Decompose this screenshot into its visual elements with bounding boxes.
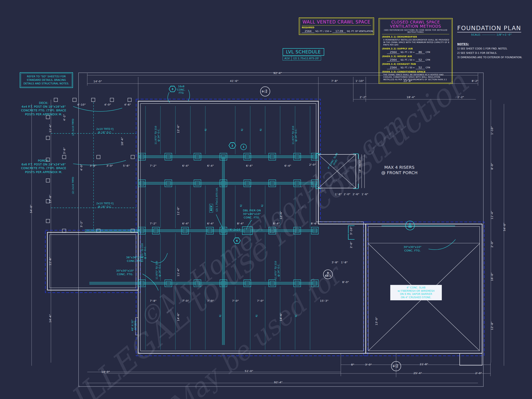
section-formula: 2564 SQ. FT. / 50 = 52 CFM xyxy=(387,66,449,69)
page-title: FOUNDATION PLAN xyxy=(457,25,521,32)
closed-crawl-section: (R409.3.4) EXHAUST FAN2564 SQ. FT. / 50 … xyxy=(382,63,449,69)
dimension-label: 4'-10" xyxy=(77,103,86,107)
wall-vented-title: WALL VENTED CRAWL SPACE xyxy=(302,19,371,25)
dimension-label: 7'-0" xyxy=(232,299,239,303)
dimension-label: 7'-0" xyxy=(182,299,189,303)
dimension-label: 4'-0" xyxy=(80,164,83,171)
section-cut-marker: BSD xyxy=(405,221,415,230)
closed-crawl-section: (R409.3.2) SUPPLY AIR2564 SQ. FT. / 30 =… xyxy=(382,47,449,54)
closed-crawl-title-1: CLOSED CRAWL SPACE xyxy=(382,20,449,24)
dimension-label: 6'-4" xyxy=(285,164,291,168)
section-formula: 2564 SQ. FT. / 50 = 52 CFM xyxy=(387,58,449,62)
closed-crawl-title-2: VENTILATION METHODS xyxy=(382,24,449,28)
dimension-label: 18" TREAD xyxy=(359,160,361,173)
note-item: 1) SEE SHEET CODE-1 FOR FND. NOTES. xyxy=(457,47,526,51)
dimension-lines xyxy=(32,73,504,383)
dimension-label: 7'-0" xyxy=(257,299,264,303)
plan-note-label: 48" X 32" ACCESS xyxy=(131,319,137,331)
closed-crawl-subtitle: (SEE REFERENCED SECTIONS IN CODE BOOK FO… xyxy=(382,28,449,34)
plan-note-label: 11.875" TJI 210 @ 24" O.C. xyxy=(292,126,298,144)
plan-note-label: 6J xyxy=(240,205,242,207)
plan-note-label: 30"x30"x10" CONC. FTG. xyxy=(116,269,134,276)
section-cut-marker: DSD-1 xyxy=(323,270,333,279)
pier-squares xyxy=(138,153,318,287)
section-heading: (R409.3.5) CONDITIONED SPACE xyxy=(382,70,449,73)
dimension-label: 54'-0" xyxy=(503,223,507,231)
dimension-label: 8'-2" xyxy=(472,79,478,83)
dimension-label: 3'-10" xyxy=(349,227,353,235)
section-formula: 2564 SQ. FT. / 30 = 86 CFM xyxy=(387,51,449,54)
elevation-marker: DFL9 xyxy=(260,86,270,96)
dimension-label: 25'-4" xyxy=(413,372,422,375)
dimension-label: 14'-6" xyxy=(279,313,283,321)
dimension-label: 6'-4" xyxy=(207,164,214,168)
dimension-label: 7'-2" xyxy=(150,164,157,168)
dimension-label: 2'-2" xyxy=(360,95,366,99)
dimension-label: 11'-8" xyxy=(49,257,52,266)
plan-note-label: 2x10 TRTD FJ @ 16" O.C. xyxy=(96,202,114,209)
dimension-label: 8'-4" xyxy=(237,222,244,226)
plan-note-label: 6J xyxy=(255,315,258,317)
section-heading: (R409.3.4) EXHAUST FAN xyxy=(382,63,449,65)
dimension-label: 1'-6" xyxy=(361,193,368,196)
lvl-desc: (2) 1.75x11.875-20' xyxy=(291,56,321,60)
dimension-label: 6'-4" xyxy=(182,164,189,168)
plan-note-label: (2) 1.75x11.875 LVL xyxy=(215,187,218,212)
dimension-label: 7'-8" xyxy=(150,299,157,303)
vent-result-value: 17.09 xyxy=(332,30,346,33)
dimension-label: 12'-4" xyxy=(279,211,283,219)
dimension-label: 1'-10" xyxy=(490,126,494,135)
note-item: 3) DIMENSIONS ARE TO EXTERIOR OF FOUNDAT… xyxy=(457,55,526,60)
dimension-label: 3'-6" xyxy=(90,164,96,168)
plan-note-label: 2x10 TRTD FJ @ 16" O.C. xyxy=(96,128,114,134)
dimension-label: 2'-2" xyxy=(457,95,464,99)
plan-note-label: 11.875" TJI 210 @ 24" O.C. xyxy=(274,261,280,279)
dimension-label: 6'-4" xyxy=(246,164,253,168)
closed-crawl-sections: (R409.3.1) DEHUMIDIFIERA PERMANENTLY INS… xyxy=(382,36,449,81)
dimension-label: 15'-3" xyxy=(320,299,329,303)
dimension-label: 11'-4" xyxy=(177,268,180,277)
vent-area-value: 2564 xyxy=(302,30,314,33)
section-heading: (R409.3.3) HOUSE AIR xyxy=(382,55,449,58)
closed-crawl-space-table: CLOSED CRAWL SPACE VENTILATION METHODS (… xyxy=(379,18,453,84)
dimension-label: 3'-8" xyxy=(63,147,66,154)
plan-note-label: DBL PIER ON 30"x46"x10" CONC. FTG. xyxy=(243,209,261,219)
plan-note-label: 6J xyxy=(219,315,222,317)
dimension-label: 4'-6" xyxy=(124,103,131,107)
scale-note: SCALE: ------------ 1/8"=1'-0" xyxy=(457,33,526,36)
closed-crawl-section: (R409.3.1) DEHUMIDIFIERA PERMANENTLY INS… xyxy=(382,36,449,46)
dimension-label: 7'-8" xyxy=(331,79,338,83)
dimension-label: 8'-6" xyxy=(311,222,317,226)
dimension-label: 2'-0" xyxy=(309,163,316,167)
dimension-label: 18'-4" xyxy=(407,95,415,99)
dimension-label: 17'-8" xyxy=(49,195,52,203)
notes-list: 1) SEE SHEET CODE-1 FOR FND. NOTES.2) SE… xyxy=(457,47,526,60)
sd-reference-note-text: REFER TO "SD" SHEET(S) FOR STANDARD DETA… xyxy=(21,73,72,87)
plan-note-label: 30"x30"x10" CONC. FTG. xyxy=(404,245,421,253)
dimension-label: 2'-0" xyxy=(475,372,482,375)
dimension-label: 54'-0" xyxy=(30,205,33,213)
elevation-marker: DFL9 xyxy=(391,361,401,371)
dimension-label: 41'-6" xyxy=(230,79,239,83)
section-body: THE CRAWL SPACE SHALL BE DESIGNED AS A H… xyxy=(383,74,449,81)
wall-vented-crawl-space-table: WALL VENTED CRAWL SPACE REQUIRED 2564 SQ… xyxy=(299,18,374,35)
footing-hex-marker: 2 xyxy=(228,142,236,149)
dimension-label: 2'-6" xyxy=(353,193,359,196)
plan-note-label: (2) 2x10 TRTD xyxy=(72,119,75,136)
footing-hex-marker: 6 xyxy=(233,238,241,244)
plan-note-label: 16x8 CONC. FTG xyxy=(177,85,186,95)
vent-formula: 2564 SQ. FT. / 150 = 17.09 SQ. FT. OF VE… xyxy=(302,30,371,33)
plan-note-label: 6J xyxy=(241,129,244,131)
dimension-label: 4'-0" xyxy=(104,103,111,107)
dimension-label: 11'-4" xyxy=(490,211,494,219)
plan-note-label: 11.875" TJI 210 @ 24" O.C. xyxy=(154,126,160,144)
notes-heading: NOTES: xyxy=(457,42,526,46)
dimension-label: 14'-0" xyxy=(94,80,102,83)
plan-note-label: 11.875" TJI 210 @ 24" O.C. xyxy=(141,243,147,262)
section-heading: (R409.3.1) DEHUMIDIFIER xyxy=(382,36,449,38)
dimension-label: 1'-8" xyxy=(335,193,342,196)
dimension-label: 12'-8" xyxy=(490,322,494,330)
dimension-label: 3'-2" xyxy=(80,221,83,227)
plan-note-label: DECK: 4x4 P.T. POST ON 16"x16"x8" CONCRE… xyxy=(21,101,66,116)
required-label: REQUIRED xyxy=(302,26,371,29)
